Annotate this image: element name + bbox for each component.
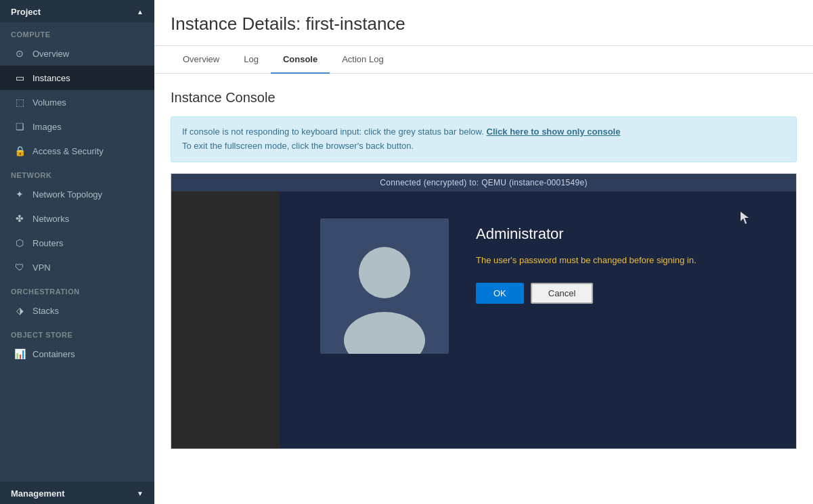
sidebar-item-networks[interactable]: ✤ Networks	[0, 206, 154, 231]
console-topbar: Connected (encrypted) to: QEMU (instance…	[171, 174, 796, 191]
sidebar-item-label-stacks: Stacks	[32, 306, 59, 316]
sidebar-item-stacks[interactable]: ⬗ Stacks	[0, 298, 154, 323]
volumes-icon: ⬚	[14, 96, 26, 108]
containers-icon: 📊	[14, 348, 26, 360]
images-icon: ❏	[14, 120, 26, 133]
svg-point-1	[359, 247, 410, 298]
win-title: Administrator	[476, 225, 769, 243]
win-message: The user's password must be changed befo…	[476, 254, 769, 267]
info-text-2: To exit the fullscreen mode, click the b…	[182, 141, 414, 151]
topology-icon: ✦	[14, 188, 26, 200]
windows-login-dialog: Administrator The user's password must b…	[280, 191, 796, 381]
tab-console[interactable]: Console	[271, 46, 330, 74]
content-area: Instance Console If console is not respo…	[154, 74, 813, 504]
sidebar-item-label-network-topology: Network Topology	[32, 189, 102, 200]
project-header[interactable]: Project ▲	[0, 0, 154, 22]
info-text-1: If console is not responding to keyboard…	[182, 127, 484, 137]
sidebar-item-network-topology[interactable]: ✦ Network Topology	[0, 182, 154, 206]
sidebar: Project ▲ Compute ⊙ Overview ▭ Instances…	[0, 0, 154, 504]
win-info-panel: Administrator The user's password must b…	[476, 219, 769, 304]
tab-log[interactable]: Log	[232, 46, 271, 74]
sidebar-item-instances[interactable]: ▭ Instances	[0, 66, 154, 90]
tabs-bar: Overview Log Console Action Log	[154, 46, 813, 74]
console-body[interactable]: Administrator The user's password must b…	[171, 191, 796, 449]
ok-button[interactable]: OK	[476, 283, 524, 304]
lock-icon: 🔒	[14, 145, 26, 157]
management-label: Management	[11, 488, 64, 499]
sidebar-item-label-images: Images	[32, 122, 62, 132]
tab-action-log[interactable]: Action Log	[330, 46, 395, 74]
main-content: Instance Details: first-instance Overvie…	[154, 0, 813, 504]
sidebar-item-vpn[interactable]: 🛡 VPN	[0, 255, 154, 279]
instances-icon: ▭	[14, 72, 26, 84]
vpn-icon: 🛡	[14, 261, 26, 273]
stacks-icon: ⬗	[14, 304, 26, 317]
section-title: Instance Console	[171, 90, 797, 106]
sidebar-item-images[interactable]: ❏ Images	[0, 114, 154, 139]
sidebar-item-label-routers: Routers	[32, 238, 64, 248]
sidebar-item-access-security[interactable]: 🔒 Access & Security	[0, 139, 154, 163]
management-collapse-icon: ▼	[137, 490, 144, 497]
show-only-console-link[interactable]: Click here to show only console	[487, 127, 621, 137]
sidebar-item-volumes[interactable]: ⬚ Volumes	[0, 90, 154, 114]
console-wrapper[interactable]: Connected (encrypted) to: QEMU (instance…	[171, 173, 797, 449]
svg-point-2	[344, 312, 425, 354]
compute-group-label: Compute	[0, 25, 154, 41]
user-avatar	[320, 219, 449, 354]
sidebar-item-overview[interactable]: ⊙ Overview	[0, 41, 154, 66]
sidebar-item-label-overview: Overview	[32, 49, 69, 59]
networks-icon: ✤	[14, 212, 26, 225]
object-store-group-label: Object Store	[0, 325, 154, 342]
cancel-button[interactable]: Cancel	[531, 283, 593, 304]
management-header[interactable]: Management ▼	[0, 482, 154, 504]
sidebar-item-label-vpn: VPN	[32, 262, 51, 273]
sidebar-item-containers[interactable]: 📊 Containers	[0, 342, 154, 366]
win-buttons: OK Cancel	[476, 283, 769, 304]
console-left-panel	[171, 191, 280, 449]
sidebar-item-label-containers: Containers	[32, 349, 75, 359]
tab-overview[interactable]: Overview	[171, 46, 232, 74]
orchestration-group-label: Orchestration	[0, 282, 154, 298]
info-banner: If console is not responding to keyboard…	[171, 116, 797, 162]
sidebar-item-label-access-security: Access & Security	[32, 146, 104, 156]
sidebar-item-label-instances: Instances	[32, 73, 70, 83]
page-header: Instance Details: first-instance	[154, 0, 813, 46]
sidebar-item-routers[interactable]: ⬡ Routers	[0, 231, 154, 255]
network-group-label: Network	[0, 166, 154, 182]
page-title: Instance Details: first-instance	[171, 14, 797, 35]
project-collapse-icon: ▲	[137, 8, 144, 16]
console-right-panel[interactable]: Administrator The user's password must b…	[280, 191, 796, 449]
console-connection-status: Connected (encrypted) to: QEMU (instance…	[380, 178, 588, 187]
avatar-svg	[327, 229, 442, 354]
project-label: Project	[11, 7, 41, 17]
routers-icon: ⬡	[14, 237, 26, 249]
overview-icon: ⊙	[14, 47, 26, 60]
sidebar-item-label-volumes: Volumes	[32, 97, 66, 108]
sidebar-item-label-networks: Networks	[32, 214, 69, 224]
